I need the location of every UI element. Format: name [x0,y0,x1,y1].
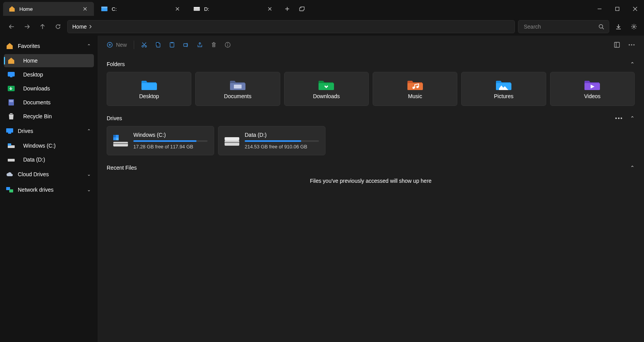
address-bar[interactable]: Home [67,20,515,33]
sidebar-section-label: Cloud Drives [18,171,49,177]
sidebar-section-network[interactable]: Network drives ⌄ [2,182,95,197]
svg-rect-47 [113,135,116,138]
svg-rect-0 [101,8,107,11]
folder-label: Pictures [494,93,514,99]
refresh-button[interactable] [52,20,64,33]
section-drives-header[interactable]: Drives ••• ⌃ [107,115,635,121]
svg-rect-26 [171,42,173,43]
close-icon[interactable] [82,5,89,12]
sidebar-item-label: Downloads [23,85,50,92]
svg-rect-1 [101,7,107,8]
drive-c[interactable]: Windows (C:) 17.28 GB free of 117.94 GB [107,126,214,155]
section-folders-header[interactable]: Folders ⌃ [107,61,635,67]
recent-empty-message: Files you've previously accessed will sh… [107,178,635,184]
svg-rect-5 [616,7,619,11]
folder-desktop[interactable]: Desktop [107,72,191,106]
copy-icon [155,42,161,48]
folder-documents[interactable]: Documents [195,72,280,106]
folder-pictures[interactable]: Pictures [461,72,546,106]
downloads-button[interactable] [612,20,625,33]
sidebar-item-drive-c[interactable]: Windows (C:) [4,139,94,152]
sidebar-item-drive-d[interactable]: Data (D:) [4,153,94,166]
new-tab-button[interactable] [281,3,293,15]
folder-label: Videos [584,93,601,99]
drive-free-text: 214.53 GB free of 910.06 GB [245,144,319,150]
svg-rect-14 [6,128,13,133]
plus-circle-icon [107,42,113,48]
back-button[interactable] [5,20,18,33]
sidebar-section-favorites[interactable]: Favorites ⌃ [2,39,95,53]
svg-rect-50 [116,138,119,141]
folder-videos[interactable]: Videos [550,72,635,106]
sidebar-section-label: Favorites [18,43,40,49]
home-icon [6,43,13,49]
paste-icon [169,42,175,48]
home-icon [9,5,15,12]
copy-button[interactable] [152,39,164,51]
chevron-up-icon: ⌃ [630,165,635,171]
sidebar-item-label: Data (D:) [23,157,45,163]
search-input[interactable] [523,23,598,30]
paste-button[interactable] [166,39,178,51]
folder-downloads[interactable]: Downloads [284,72,369,106]
drive-d[interactable]: Data (D:) 214.53 GB free of 910.06 GB [218,126,325,155]
tab-home[interactable]: Home [3,2,94,16]
more-icon[interactable]: ••• [615,115,623,121]
forward-button[interactable] [21,20,33,33]
tab-label: Home [19,6,78,12]
svg-point-29 [227,43,228,44]
chevron-up-icon: ⌃ [87,128,91,134]
svg-rect-13 [9,101,13,102]
close-window-button[interactable] [626,0,644,18]
sidebar-item-label: Home [23,58,37,64]
more-button[interactable] [625,39,638,51]
rename-icon [183,42,189,48]
rename-button[interactable] [180,39,192,51]
section-title: Folders [107,61,125,67]
minimize-button[interactable] [591,0,608,18]
svg-rect-35 [141,83,157,90]
new-button[interactable]: New [104,39,130,51]
svg-rect-12 [9,100,13,101]
settings-button[interactable] [628,20,640,33]
sidebar-item-downloads[interactable]: Downloads [4,82,94,95]
properties-button[interactable] [221,39,234,51]
window-controls [591,0,644,18]
sidebar-item-label: Recycle Bin [23,113,52,119]
section-recent-header[interactable]: Recent Files ⌃ [107,165,635,171]
new-label: New [116,42,127,48]
tab-d[interactable]: D: [188,2,279,16]
svg-rect-53 [225,137,239,140]
delete-button[interactable] [208,39,220,51]
close-icon[interactable] [174,5,181,12]
content: New [97,36,644,342]
close-icon[interactable] [266,5,273,12]
svg-rect-18 [8,159,15,162]
folder-music[interactable]: Music [373,72,457,106]
sidebar-section-drives[interactable]: Drives ⌃ [2,124,95,138]
svg-rect-9 [10,77,12,77]
sidebar-item-documents[interactable]: Documents [4,96,94,109]
folder-label: Desktop [139,93,159,99]
svg-rect-15 [8,133,11,134]
chevron-down-icon: ⌄ [87,172,91,177]
search-box[interactable] [518,20,609,33]
drives-row: Windows (C:) 17.28 GB free of 117.94 GB … [107,126,635,155]
up-button[interactable] [36,20,49,33]
maximize-button[interactable] [608,0,626,18]
tab-c[interactable]: C: [95,2,186,16]
sidebar-item-label: Desktop [23,71,43,78]
sidebar-item-home[interactable]: Home [4,54,94,67]
share-button[interactable] [194,39,206,51]
sidebar-section-cloud[interactable]: Cloud Drives ⌄ [2,167,95,182]
svg-point-32 [629,44,630,45]
cut-button[interactable] [138,39,150,51]
layout-button[interactable] [611,39,623,51]
svg-rect-45 [113,143,128,144]
navbar: Home [0,18,644,36]
sidebar-item-recycle-bin[interactable]: Recycle Bin [4,110,94,123]
sidebar-item-desktop[interactable]: Desktop [4,68,94,81]
drive-icon [101,5,108,12]
trash-icon [211,42,217,48]
tab-overview-button[interactable] [296,3,308,15]
